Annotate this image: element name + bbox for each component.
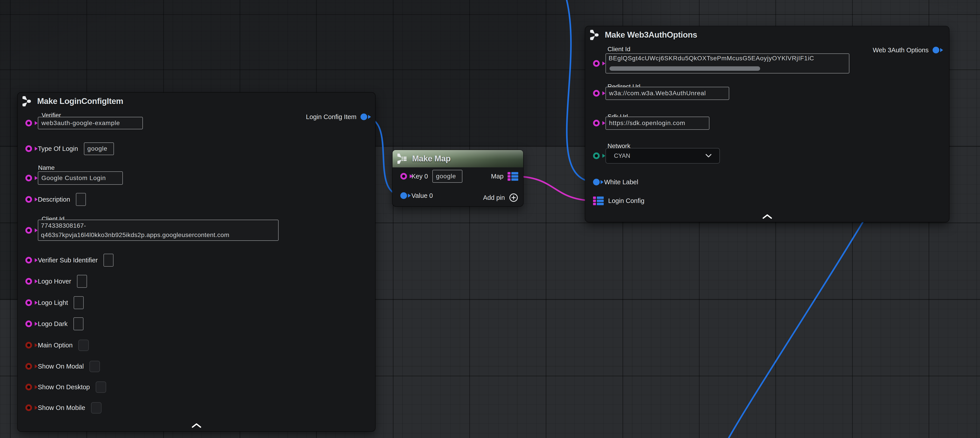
verifier-input[interactable] — [38, 117, 143, 129]
show-on-mobile-label: Show On Mobile — [38, 404, 85, 411]
node-header-make-loginconfigitem[interactable]: Make LoginConfigItem — [18, 92, 375, 110]
network-selected-value: CYAN — [614, 153, 630, 159]
show-on-mobile-checkbox[interactable] — [91, 402, 102, 414]
pin-main-option[interactable] — [25, 342, 32, 349]
show-on-modal-label: Show On Modal — [38, 363, 84, 370]
login-config-label: Login Config — [608, 197, 644, 204]
node-header-make-web3authoptions[interactable]: Make Web3AuthOptions — [585, 26, 949, 44]
make-struct-icon — [590, 30, 600, 40]
blueprint-graph-canvas[interactable]: Make LoginConfigItem Login Config Item V… — [0, 0, 980, 438]
map-output-row: Map — [491, 170, 518, 183]
show-on-modal-checkbox[interactable] — [89, 361, 100, 372]
network-row: CYAN — [593, 148, 720, 164]
network-dropdown[interactable]: CYAN — [606, 148, 720, 164]
login-config-row: Login Config — [593, 194, 644, 207]
value0-row: Value 0 — [400, 189, 433, 202]
pin-redirect-url[interactable] — [593, 90, 600, 97]
output-pin-label: Login Config Item — [306, 113, 356, 121]
node-make-map[interactable]: Make Map Key 0 Value 0 Map Add pin — [393, 150, 523, 206]
pin-show-on-mobile[interactable] — [25, 405, 32, 411]
add-pin-icon[interactable] — [509, 193, 518, 202]
chevron-down-icon — [706, 154, 711, 158]
map-output-label: Map — [491, 173, 504, 180]
sdk-url-input[interactable] — [606, 116, 710, 130]
node-make-web3authoptions[interactable]: Make Web3AuthOptions Web 3Auth Options C… — [585, 26, 949, 222]
pin-value0[interactable] — [400, 192, 407, 199]
name-input[interactable] — [38, 171, 123, 185]
logo-dark-input[interactable] — [73, 317, 83, 330]
pin-client-id[interactable] — [593, 60, 600, 67]
verifier-row — [25, 116, 143, 130]
description-input[interactable] — [76, 193, 86, 206]
client-id-label: Client Id — [608, 46, 630, 53]
verifier-sub-identifier-row: Verifier Sub Identifier — [25, 253, 113, 267]
client-id-horizontal-scrollbar[interactable] — [609, 66, 760, 71]
pin-verifier-sub-identifier[interactable] — [25, 257, 32, 263]
show-on-desktop-label: Show On Desktop — [38, 384, 90, 391]
logo-hover-label: Logo Hover — [38, 278, 71, 285]
logo-hover-input[interactable] — [77, 275, 87, 288]
name-label: Name — [38, 164, 55, 171]
redirect-url-input[interactable] — [606, 87, 729, 100]
verifier-sub-identifier-input[interactable] — [103, 254, 113, 267]
main-option-checkbox[interactable] — [78, 339, 89, 351]
add-pin-row[interactable]: Add pin — [483, 191, 518, 204]
logo-hover-row: Logo Hover — [25, 275, 87, 288]
description-label: Description — [38, 196, 70, 203]
pin-logo-hover[interactable] — [25, 278, 32, 285]
pin-key0[interactable] — [400, 173, 407, 180]
collapse-chevron-icon[interactable] — [192, 423, 201, 428]
node-header-make-map[interactable]: Make Map — [393, 150, 523, 167]
show-on-modal-row: Show On Modal — [25, 360, 100, 373]
pin-login-config[interactable] — [593, 196, 604, 205]
client-id-input[interactable]: 774338308167- q463s7kpvja16l4l0kko3nb925… — [38, 220, 278, 241]
pin-show-on-modal[interactable] — [25, 363, 32, 370]
type-of-login-label: Type Of Login — [38, 145, 78, 153]
sdk-url-row — [593, 116, 710, 130]
pin-web3auth-options-output[interactable] — [932, 47, 939, 53]
logo-light-input[interactable] — [74, 296, 84, 309]
client-id-input[interactable] — [606, 55, 850, 62]
client-id-line1: 774338308167- — [41, 221, 275, 230]
verifier-sub-identifier-label: Verifier Sub Identifier — [38, 256, 98, 264]
logo-light-row: Logo Light — [25, 296, 84, 309]
client-id-line2: q463s7kpvja16l4l0kko3nb925ikds2p.apps.go… — [41, 230, 275, 240]
make-map-icon — [398, 154, 408, 164]
pin-name[interactable] — [25, 175, 32, 182]
node-title: Make Web3AuthOptions — [605, 30, 697, 40]
output-row-login-config-item: Login Config Item — [306, 110, 367, 124]
pin-network[interactable] — [593, 153, 600, 159]
show-on-mobile-row: Show On Mobile — [25, 401, 102, 414]
logo-light-label: Logo Light — [38, 299, 68, 306]
pin-description[interactable] — [25, 196, 32, 203]
client-id-row — [593, 53, 850, 74]
key0-input[interactable] — [433, 170, 462, 183]
pin-type-of-login[interactable] — [25, 145, 32, 152]
key0-row: Key 0 — [400, 170, 462, 183]
key0-label: Key 0 — [412, 173, 428, 180]
pin-logo-light[interactable] — [25, 299, 32, 306]
client-id-row: 774338308167- q463s7kpvja16l4l0kko3nb925… — [25, 220, 278, 241]
type-of-login-row: Type Of Login — [25, 142, 114, 155]
name-row — [25, 171, 123, 185]
pin-client-id[interactable] — [25, 227, 32, 234]
pin-map-output[interactable] — [508, 172, 518, 181]
description-row: Description — [25, 193, 86, 206]
pin-login-config-item-output[interactable] — [361, 113, 367, 120]
add-pin-label: Add pin — [483, 194, 505, 201]
logo-dark-row: Logo Dark — [25, 317, 83, 331]
collapse-chevron-icon[interactable] — [762, 214, 772, 219]
pin-white-label[interactable] — [593, 179, 600, 185]
main-option-row: Main Option — [25, 339, 89, 352]
client-id-field[interactable] — [606, 53, 850, 73]
output-pin-label: Web 3Auth Options — [873, 46, 929, 54]
pin-verifier[interactable] — [25, 120, 32, 126]
pin-logo-dark[interactable] — [25, 320, 32, 327]
show-on-desktop-checkbox[interactable] — [96, 381, 106, 393]
pin-show-on-desktop[interactable] — [25, 384, 32, 390]
output-row-web3auth-options: Web 3Auth Options — [873, 43, 939, 57]
node-make-loginconfigitem[interactable]: Make LoginConfigItem Login Config Item V… — [18, 92, 375, 431]
pin-sdk-url[interactable] — [593, 120, 600, 126]
type-of-login-input[interactable] — [84, 142, 114, 155]
node-title: Make Map — [412, 154, 450, 163]
